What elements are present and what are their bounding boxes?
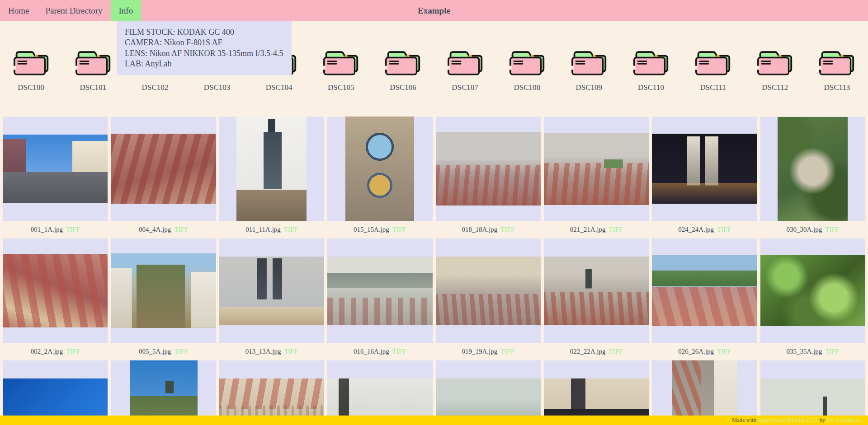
photo-caption: 018_18A.jpgTIFF <box>436 221 541 238</box>
gallery-column: 022_22A.jpgTIFF <box>544 238 649 360</box>
photo-caption: 011_11A.jpgTIFF <box>219 221 324 238</box>
photo-cell <box>544 238 649 343</box>
gallery-column: 005_5A.jpgTIFF <box>111 238 216 360</box>
folder-icon <box>384 47 422 77</box>
photo-caption: 024_24A.jpgTIFF <box>652 221 757 238</box>
nav-item-home[interactable]: Home <box>0 0 37 21</box>
photo-thumbnail-021_21A.jpg[interactable] <box>544 133 649 205</box>
gallery-column: 011_11A.jpgTIFF <box>219 117 324 238</box>
photo-filename: 002_2A.jpg <box>31 348 63 355</box>
photo-thumbnail-016_16A.jpg[interactable] <box>327 257 432 325</box>
folder-dsc107[interactable]: DSC107 <box>434 47 496 92</box>
photo-thumbnail-022_22A.jpg[interactable] <box>544 257 649 325</box>
tiff-link[interactable]: TIFF <box>392 348 406 355</box>
photo-filename: 026_26A.jpg <box>678 348 714 355</box>
folder-dsc109[interactable]: DSC109 <box>558 47 620 92</box>
folder-label: DSC101 <box>80 83 106 92</box>
photo-caption: 026_26A.jpgTIFF <box>652 343 757 360</box>
info-popup: FILM STOCK: KODAK GC 400 CAMERA: Nikon F… <box>117 21 292 75</box>
photo-thumbnail-005_5A.jpg[interactable] <box>111 253 216 328</box>
folder-dsc111[interactable]: DSC111 <box>682 47 744 92</box>
footer: Made with StaticGalleryBuilder 2.2.7 by … <box>0 416 868 425</box>
folder-icon <box>694 47 732 77</box>
photo-cell <box>436 117 541 221</box>
gallery-column: 026_26A.jpgTIFF <box>652 238 757 360</box>
info-film-stock: FILM STOCK: KODAK GC 400 <box>125 27 283 37</box>
photo-cell <box>760 238 865 343</box>
folder-icon <box>570 47 608 77</box>
photo-thumbnail-019_19A.jpg[interactable] <box>436 257 541 325</box>
photo-filename: 005_5A.jpg <box>139 348 171 355</box>
photo-thumbnail-024_24A.jpg[interactable] <box>652 134 757 204</box>
tiff-link[interactable]: TIFF <box>825 226 839 234</box>
tiff-link[interactable]: TIFF <box>284 348 298 355</box>
photo-caption: 021_21A.jpgTIFF <box>544 221 649 238</box>
photo-thumbnail-004_4A.jpg[interactable] <box>111 134 216 204</box>
photo-filename: 035_35A.jpg <box>787 348 822 355</box>
gallery-column: 002_2A.jpgTIFF <box>3 238 108 360</box>
tiff-link[interactable]: TIFF <box>825 348 839 355</box>
folder-dsc108[interactable]: DSC108 <box>496 47 558 92</box>
photo-thumbnail-011_11A.jpg[interactable] <box>236 117 307 221</box>
photo-thumbnail-018_18A.jpg[interactable] <box>436 132 541 205</box>
tiff-link[interactable]: TIFF <box>284 226 298 234</box>
photo-filename: 015_15A.jpg <box>354 226 389 234</box>
nav-home-label: Home <box>8 6 29 16</box>
folder-dsc101[interactable]: DSC101 <box>62 47 124 92</box>
photo-cell <box>760 117 865 221</box>
tiff-link[interactable]: TIFF <box>66 226 80 234</box>
folder-icon <box>74 47 112 77</box>
footer-author-link[interactable]: Flo Greistorfer. <box>827 417 862 424</box>
tiff-link[interactable]: TIFF <box>174 226 188 234</box>
tiff-link[interactable]: TIFF <box>174 348 188 355</box>
photo-thumbnail-026_26A.jpg[interactable] <box>652 255 757 326</box>
tiff-link[interactable]: TIFF <box>609 348 623 355</box>
folder-icon <box>508 47 546 77</box>
photo-caption: 005_5A.jpgTIFF <box>111 343 216 360</box>
photo-thumbnail-002_2A.jpg[interactable] <box>3 254 108 327</box>
photo-thumbnail-013_13A.jpg[interactable] <box>219 257 324 325</box>
photo-cell <box>3 238 108 343</box>
nav-item-parent-directory[interactable]: Parent Directory <box>37 0 110 21</box>
gallery-column: 019_19A.jpgTIFF <box>436 238 541 360</box>
footer-builder-link[interactable]: StaticGalleryBuilder 2.2.7 <box>758 417 818 424</box>
info-lens: LENS: Nikon AF NIKKOR 35-135mm f/3.5-4.5 <box>125 48 283 59</box>
folder-label: DSC100 <box>18 83 44 92</box>
photo-caption: 002_2A.jpgTIFF <box>3 343 108 360</box>
tiff-link[interactable]: TIFF <box>717 226 731 234</box>
photo-thumbnail-035_35A.jpg[interactable] <box>760 255 865 326</box>
folder-dsc110[interactable]: DSC110 <box>620 47 682 92</box>
folder-icon <box>818 47 856 77</box>
nav-parent-directory-label: Parent Directory <box>45 6 102 16</box>
photo-caption: 022_22A.jpgTIFF <box>544 343 649 360</box>
photo-thumbnail-015_15A.jpg[interactable] <box>345 117 414 221</box>
photo-filename: 016_16A.jpg <box>354 348 389 355</box>
tiff-link[interactable]: TIFF <box>500 226 514 234</box>
nav-item-info[interactable]: Info <box>111 0 142 21</box>
photo-caption: 004_4A.jpgTIFF <box>111 221 216 238</box>
gallery-column: 016_16A.jpgTIFF <box>327 238 432 360</box>
info-lab: LAB: AnyLab <box>125 59 283 69</box>
photo-cell <box>652 238 757 343</box>
tiff-link[interactable]: TIFF <box>66 348 80 355</box>
folder-dsc105[interactable]: DSC105 <box>310 47 372 92</box>
folder-dsc100[interactable]: DSC100 <box>0 47 62 92</box>
photo-cell <box>111 117 216 221</box>
photo-caption: 015_15A.jpgTIFF <box>327 221 432 238</box>
photo-caption: 035_35A.jpgTIFF <box>760 343 865 360</box>
photo-cell <box>111 238 216 343</box>
tiff-link[interactable]: TIFF <box>392 226 406 234</box>
folder-label: DSC113 <box>824 83 850 92</box>
gallery-column: 021_21A.jpgTIFF <box>544 117 649 238</box>
folder-label: DSC103 <box>204 83 231 92</box>
folder-dsc112[interactable]: DSC112 <box>744 47 806 92</box>
photo-thumbnail-030_30A.jpg[interactable] <box>778 117 848 221</box>
folder-dsc113[interactable]: DSC113 <box>806 47 868 92</box>
tiff-link[interactable]: TIFF <box>500 348 514 355</box>
tiff-link[interactable]: TIFF <box>717 348 731 355</box>
footer-by-text: by <box>819 417 825 424</box>
tiff-link[interactable]: TIFF <box>609 226 623 234</box>
photo-thumbnail-001_1A.jpg[interactable] <box>3 135 108 203</box>
photo-filename: 011_11A.jpg <box>245 226 281 234</box>
folder-dsc106[interactable]: DSC106 <box>372 47 434 92</box>
